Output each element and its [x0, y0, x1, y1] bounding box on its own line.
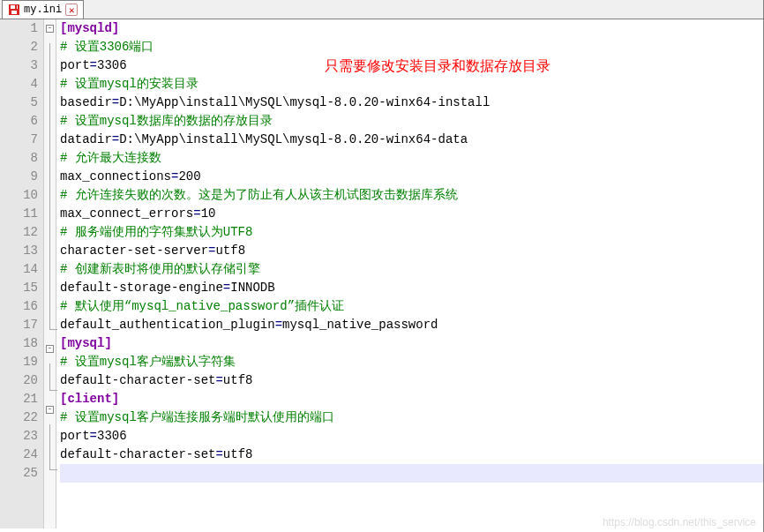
fold-guide	[44, 247, 56, 266]
fold-marker[interactable]: -	[44, 406, 56, 424]
ini-key: max_connect_errors	[60, 206, 193, 221]
ini-key: character-set-server	[60, 244, 208, 258]
code-line[interactable]: # 允许最大连接数	[60, 149, 763, 168]
code-line[interactable]: default-storage-engine=INNODB	[60, 279, 763, 297]
ini-value: utf8	[223, 447, 253, 461]
fold-marker[interactable]: -	[44, 25, 56, 43]
ini-value: 3306	[97, 58, 127, 72]
code-line[interactable]: datadir=D:\MyApp\install\MySQL\mysql-8.0…	[60, 131, 763, 149]
fold-guide-end	[44, 382, 56, 401]
fold-toggle-icon[interactable]: -	[46, 25, 54, 33]
fold-guide-end	[44, 461, 56, 480]
line-number: 22	[0, 408, 38, 427]
line-number: 2	[0, 38, 38, 56]
code-line[interactable]: character-set-server=utf8	[60, 242, 763, 260]
line-number: 13	[0, 242, 38, 260]
code-area[interactable]: [mysqld]# 设置3306端口port=3306只需要修改安装目录和数据存…	[56, 19, 763, 528]
equals-sign: =	[193, 206, 200, 221]
line-number: 25	[0, 464, 38, 483]
line-number: 1	[0, 19, 38, 38]
code-line[interactable]: # 设置mysql的安装目录	[60, 75, 763, 94]
close-icon[interactable]: ✕	[65, 4, 78, 16]
code-line[interactable]: port=3306	[60, 427, 763, 446]
equals-sign: =	[223, 281, 230, 295]
equals-sign: =	[215, 373, 222, 387]
line-number: 24	[0, 446, 38, 464]
ini-key: port	[60, 58, 90, 72]
ini-key: max_connections	[60, 169, 171, 184]
overlay-annotation: 只需要修改安装目录和数据存放目录	[325, 56, 551, 75]
svg-rect-3	[15, 5, 17, 9]
line-number: 15	[0, 279, 38, 297]
line-number: 16	[0, 297, 38, 316]
code-line[interactable]: [mysql]	[60, 334, 763, 353]
ini-section: [mysqld]	[60, 21, 119, 35]
line-number: 12	[0, 223, 38, 242]
line-number: 17	[0, 316, 38, 334]
code-line[interactable]: # 设置mysql数据库的数据的存放目录	[60, 112, 763, 131]
code-line[interactable]: # 设置mysql客户端连接服务端时默认使用的端口	[60, 408, 763, 427]
equals-sign: =	[112, 95, 119, 109]
code-line[interactable]: max_connect_errors=10	[60, 205, 763, 223]
code-line[interactable]: [mysqld]	[60, 19, 763, 38]
fold-guide	[44, 266, 56, 284]
code-line[interactable]: max_connections=200	[60, 168, 763, 186]
ini-value: mysql_native_password	[282, 318, 438, 332]
code-line[interactable]: # 设置3306端口	[60, 38, 763, 56]
fold-guide	[44, 43, 56, 62]
fold-guide	[44, 424, 56, 443]
ini-key: default-character-set	[60, 447, 215, 461]
code-line[interactable]: default_authentication_plugin=mysql_nati…	[60, 316, 763, 334]
code-line[interactable]: port=3306只需要修改安装目录和数据存放目录	[60, 56, 763, 75]
ini-value: 3306	[97, 429, 127, 443]
fold-column[interactable]: ---	[44, 19, 56, 528]
code-line[interactable]: basedir=D:\MyApp\install\MySQL\mysql-8.0…	[60, 94, 763, 112]
ini-comment: # 允许最大连接数	[60, 151, 161, 165]
file-tab[interactable]: my.ini ✕	[2, 0, 84, 19]
equals-sign: =	[275, 318, 282, 332]
line-number: 4	[0, 75, 38, 94]
svg-rect-2	[11, 11, 17, 14]
fold-toggle-icon[interactable]: -	[46, 406, 54, 414]
ini-key: default-character-set	[60, 373, 215, 387]
line-number: 18	[0, 334, 38, 353]
ini-comment: # 允许连接失败的次数。这是为了防止有人从该主机试图攻击数据库系统	[60, 188, 458, 202]
ini-section: [mysql]	[60, 336, 112, 350]
ini-key: datadir	[60, 132, 112, 146]
code-line[interactable]: default-character-set=utf8	[60, 446, 763, 464]
equals-sign: =	[215, 447, 222, 461]
fold-guide	[44, 284, 56, 303]
line-number: 9	[0, 168, 38, 186]
save-icon	[8, 4, 20, 16]
code-line[interactable]: # 默认使用“mysql_native_password”插件认证	[60, 297, 763, 316]
line-number: 6	[0, 112, 38, 131]
line-number: 8	[0, 149, 38, 168]
code-line[interactable]: # 设置mysql客户端默认字符集	[60, 353, 763, 371]
ini-comment: # 设置mysql客户端连接服务端时默认使用的端口	[60, 410, 334, 424]
code-line[interactable]: default-character-set=utf8	[60, 371, 763, 390]
editor-area: 1234567891011121314151617181920212223242…	[0, 19, 763, 528]
fold-guide-end	[44, 321, 56, 340]
line-number: 11	[0, 205, 38, 223]
fold-marker[interactable]: -	[44, 345, 56, 363]
fold-guide	[44, 210, 56, 229]
code-line[interactable]: # 允许连接失败的次数。这是为了防止有人从该主机试图攻击数据库系统	[60, 186, 763, 205]
ini-key: basedir	[60, 95, 112, 109]
code-line[interactable]	[60, 464, 763, 483]
equals-sign: =	[90, 429, 97, 443]
fold-guide	[44, 303, 56, 321]
ini-value: INNODB	[230, 281, 274, 295]
ini-key: default-storage-engine	[60, 281, 223, 295]
watermark: https://blog.csdn.net/this_service	[603, 516, 756, 528]
code-line[interactable]: [client]	[60, 390, 763, 408]
ini-comment: # 设置3306端口	[60, 40, 154, 54]
fold-guide	[44, 191, 56, 210]
line-number: 20	[0, 371, 38, 390]
ini-comment: # 设置mysql数据库的数据的存放目录	[60, 114, 273, 128]
ini-key: default_authentication_plugin	[60, 318, 275, 332]
fold-toggle-icon[interactable]: -	[46, 345, 54, 353]
equals-sign: =	[112, 132, 119, 146]
fold-guide	[44, 62, 56, 80]
code-line[interactable]: # 创建新表时将使用的默认存储引擎	[60, 260, 763, 279]
code-line[interactable]: # 服务端使用的字符集默认为UTF8	[60, 223, 763, 242]
